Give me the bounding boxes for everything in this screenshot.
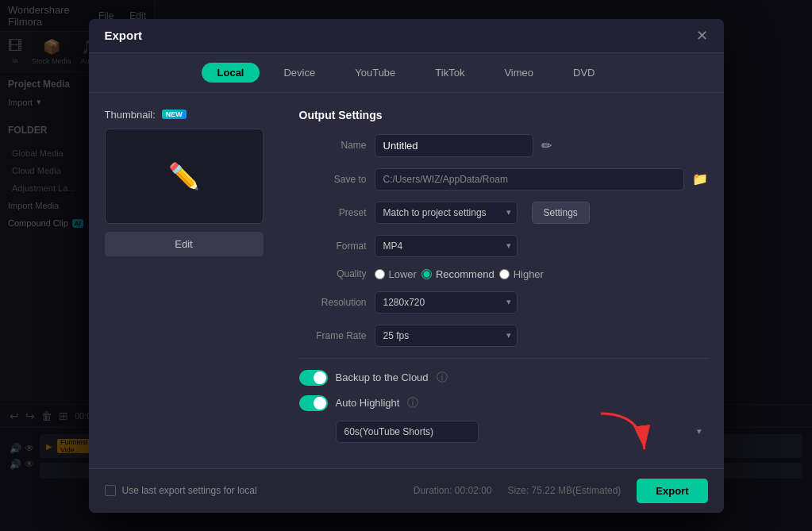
duration-value: 00:02:00 bbox=[455, 485, 492, 496]
last-settings-label: Use last export settings for local bbox=[122, 485, 257, 496]
quality-lower-radio[interactable] bbox=[375, 269, 385, 279]
quality-lower-label: Lower bbox=[389, 268, 417, 280]
export-modal: Export ✕ Local Device YouTube TikTok Vim… bbox=[89, 19, 724, 513]
quality-row: Quality Lower Recommend Higher bbox=[299, 268, 708, 280]
ai-btn[interactable]: ✏ bbox=[541, 138, 552, 153]
name-input[interactable] bbox=[375, 134, 533, 157]
thumbnail-label-row: Thumbnail: NEW bbox=[105, 109, 279, 121]
preset-label: Preset bbox=[299, 207, 367, 218]
frame-rate-label: Frame Rate bbox=[299, 330, 367, 341]
edit-thumbnail-btn[interactable]: Edit bbox=[105, 232, 264, 256]
format-row: Format MP4 bbox=[299, 235, 708, 257]
auto-highlight-select[interactable]: 60s(YouTube Shorts) bbox=[336, 421, 479, 443]
backup-cloud-label: Backup to the Cloud bbox=[336, 371, 429, 383]
quality-recommend-label: Recommend bbox=[436, 268, 495, 280]
resolution-label: Resolution bbox=[299, 297, 367, 308]
preset-select[interactable]: Match to project settings bbox=[375, 202, 518, 224]
thumbnail-text: Thumbnail: bbox=[105, 109, 156, 121]
folder-browse-btn[interactable]: 📁 bbox=[692, 171, 708, 187]
backup-cloud-info-icon[interactable]: ⓘ bbox=[437, 371, 448, 385]
modal-header: Export ✕ bbox=[89, 19, 724, 53]
auto-highlight-dropdown-row: 60s(YouTube Shorts) bbox=[336, 421, 708, 443]
resolution-row: Resolution 1280x720 bbox=[299, 291, 708, 314]
quality-higher-radio[interactable] bbox=[499, 269, 510, 279]
auto-highlight-info-icon[interactable]: ⓘ bbox=[407, 396, 418, 410]
auto-highlight-toggle[interactable] bbox=[299, 395, 328, 411]
size-info: Size: 75.22 MB(Estimated) bbox=[508, 485, 622, 496]
modal-tabs: Local Device YouTube TikTok Vimeo DVD bbox=[89, 53, 724, 93]
duration-label: Duration: bbox=[414, 485, 452, 496]
quality-higher-label: Higher bbox=[514, 268, 544, 280]
tab-local[interactable]: Local bbox=[202, 63, 260, 83]
name-label: Name bbox=[299, 140, 367, 151]
resolution-select[interactable]: 1280x720 bbox=[375, 291, 518, 314]
resolution-select-wrapper: 1280x720 bbox=[375, 291, 518, 314]
thumbnail-preview[interactable]: ✏️ bbox=[105, 129, 264, 224]
save-path: C:/Users/WIZ/AppData/Roam bbox=[375, 168, 684, 190]
tab-vimeo[interactable]: Vimeo bbox=[488, 63, 549, 83]
export-button[interactable]: Export bbox=[637, 479, 707, 503]
new-badge: NEW bbox=[162, 110, 187, 119]
settings-panel: Output Settings Name ✏ Save to C:/Users/… bbox=[279, 109, 708, 452]
tab-youtube[interactable]: YouTube bbox=[339, 63, 411, 83]
modal-footer: Use last export settings for local Durat… bbox=[89, 468, 724, 513]
modal-overlay: Export ✕ Local Device YouTube TikTok Vim… bbox=[0, 0, 812, 531]
preset-row: Preset Match to project settings Setting… bbox=[299, 202, 708, 224]
quality-recommend-radio[interactable] bbox=[421, 269, 432, 279]
format-select[interactable]: MP4 bbox=[375, 235, 518, 257]
tab-dvd[interactable]: DVD bbox=[557, 63, 610, 83]
modal-body: Thumbnail: NEW ✏️ Edit Output Settings N… bbox=[89, 93, 724, 468]
quality-higher-option[interactable]: Higher bbox=[499, 268, 544, 280]
settings-btn[interactable]: Settings bbox=[532, 202, 590, 224]
thumbnail-panel: Thumbnail: NEW ✏️ Edit bbox=[105, 109, 279, 452]
tab-tiktok[interactable]: TikTok bbox=[419, 63, 480, 83]
size-value: 75.22 MB(Estimated) bbox=[532, 485, 622, 496]
backup-cloud-toggle[interactable] bbox=[299, 370, 328, 386]
frame-rate-row: Frame Rate 25 fps bbox=[299, 325, 708, 347]
pencil-icon: ✏️ bbox=[168, 161, 200, 191]
frame-rate-select-wrapper: 25 fps bbox=[375, 325, 518, 347]
auto-highlight-row: Auto Highlight ⓘ bbox=[299, 395, 708, 411]
divider bbox=[299, 358, 708, 359]
output-settings-title: Output Settings bbox=[299, 109, 708, 121]
duration-info: Duration: 00:02:00 bbox=[414, 485, 492, 496]
last-settings-checkbox[interactable] bbox=[105, 485, 116, 496]
quality-lower-option[interactable]: Lower bbox=[375, 268, 417, 280]
preset-select-wrapper: Match to project settings bbox=[375, 202, 518, 224]
footer-left: Use last export settings for local bbox=[105, 485, 257, 496]
quality-label: Quality bbox=[299, 268, 367, 279]
modal-title: Export bbox=[105, 29, 143, 42]
backup-cloud-row: Backup to the Cloud ⓘ bbox=[299, 370, 708, 386]
format-label: Format bbox=[299, 240, 367, 252]
frame-rate-select[interactable]: 25 fps bbox=[375, 325, 518, 347]
auto-highlight-label: Auto Highlight bbox=[336, 397, 400, 409]
modal-close-btn[interactable]: ✕ bbox=[696, 29, 708, 43]
footer-right: Duration: 00:02:00 Size: 75.22 MB(Estima… bbox=[414, 479, 708, 503]
tab-device[interactable]: Device bbox=[267, 63, 331, 83]
save-to-row: Save to C:/Users/WIZ/AppData/Roam 📁 bbox=[299, 168, 708, 190]
quality-recommend-option[interactable]: Recommend bbox=[421, 268, 495, 280]
auto-highlight-select-wrapper: 60s(YouTube Shorts) bbox=[336, 421, 708, 443]
quality-options: Lower Recommend Higher bbox=[375, 268, 544, 280]
save-to-label: Save to bbox=[299, 174, 367, 185]
size-label: Size: bbox=[508, 485, 529, 496]
format-select-wrapper: MP4 bbox=[375, 235, 518, 257]
name-row: Name ✏ bbox=[299, 134, 708, 157]
